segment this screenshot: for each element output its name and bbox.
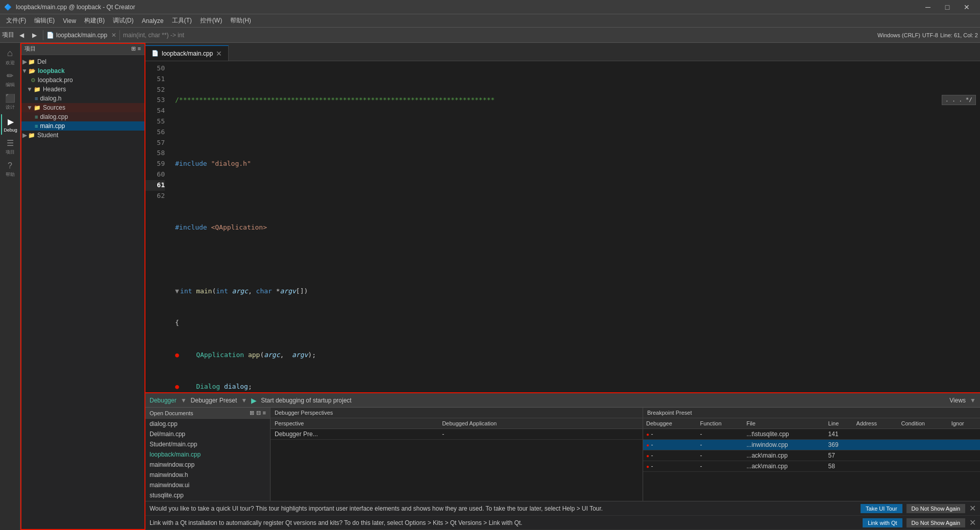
- file-tab-icon: 📄: [152, 50, 159, 57]
- doc-item-loopback-main[interactable]: loopback/main.cpp: [145, 449, 270, 460]
- notification-1: Would you like to take a quick UI tour? …: [145, 501, 980, 516]
- sidebar-icons: ⌂ 欢迎 ✏ 编辑 ⬛ 设计 ▶ Debug ☰ 项目 ? 帮助: [0, 43, 20, 530]
- doc-item-mainwindow-h[interactable]: mainwindow.h: [145, 470, 270, 480]
- bp-address-1: [853, 429, 898, 440]
- sidebar-item-project[interactable]: ☰ 项目: [1, 137, 19, 157]
- open-docs-icon2[interactable]: ⊟: [256, 410, 261, 416]
- tab-close-x[interactable]: ✕: [111, 32, 116, 39]
- project-tree: ▶ 📁 Del ▼ 📂 loopback ⚙ loopback.pro ▼: [20, 55, 145, 530]
- menu-analyze[interactable]: Analyze: [138, 16, 168, 26]
- doc-item-del-main[interactable]: Del/main.cpp: [145, 429, 270, 439]
- menu-file[interactable]: 文件(F): [2, 15, 30, 26]
- menu-controls[interactable]: 控件(W): [196, 15, 226, 26]
- doc-item-stusqlite[interactable]: stusqlite.cpp: [145, 490, 270, 500]
- sidebar-item-debug[interactable]: ▶ Debug: [1, 114, 19, 135]
- breakpoint-dot-icon: ●: [646, 432, 649, 437]
- menu-help[interactable]: 帮助(H): [226, 15, 255, 26]
- design-icon: ⬛: [5, 93, 15, 103]
- maximize-button[interactable]: □: [938, 2, 957, 13]
- editor-area: 📄 loopback/main.cpp ✕ 50 51 52 53 54 55 …: [145, 43, 980, 530]
- bp-address-4: [853, 461, 898, 472]
- take-ui-tour-button[interactable]: Take UI Tour: [861, 504, 902, 513]
- debugger-preset-dropdown[interactable]: ▼: [241, 397, 247, 404]
- sidebar-item-edit[interactable]: ✏ 编辑: [1, 69, 19, 90]
- link-with-qt-button[interactable]: Link with Qt: [863, 518, 902, 527]
- open-docs-list: dialog.cpp Del/main.cpp Student/main.cpp…: [145, 419, 270, 501]
- tree-item-loopback-pro[interactable]: ⚙ loopback.pro: [20, 75, 145, 85]
- menu-edit[interactable]: 编辑(E): [30, 15, 59, 26]
- close-button[interactable]: ✕: [958, 2, 976, 13]
- toolbar-separator: [43, 30, 43, 40]
- fold-arrow-55[interactable]: ▼: [175, 287, 179, 295]
- views-label[interactable]: Views: [949, 397, 966, 404]
- debugger-dropdown-icon[interactable]: ▼: [181, 397, 187, 404]
- tab-main-cpp[interactable]: 📄 loopback/main.cpp ✕: [145, 45, 229, 61]
- main-toolbar: 项目 ◀ ▶ 📄 loopback/main.cpp ✕ main(int, c…: [0, 28, 980, 43]
- table-row[interactable]: Debugger Pre... -: [271, 429, 643, 440]
- menu-build[interactable]: 构建(B): [80, 15, 109, 26]
- minimize-button[interactable]: ─: [919, 2, 937, 13]
- code-line-52: [175, 191, 980, 201]
- tree-item-dialog-h[interactable]: ≡ dialog.h: [20, 94, 145, 103]
- do-not-show-again-button-2[interactable]: Do Not Show Again: [906, 518, 965, 527]
- tree-item-student[interactable]: ▶ 📁 Student: [20, 131, 145, 140]
- main-layout: ⌂ 欢迎 ✏ 编辑 ⬛ 设计 ▶ Debug ☰ 项目 ? 帮助 项目 ⊞: [0, 43, 980, 530]
- project-panel-icon1[interactable]: ⊞: [131, 45, 136, 52]
- col-debugged-app: Debugged Application: [438, 418, 643, 429]
- code-line-comment: /***************************************…: [175, 95, 980, 106]
- bottom-area: Debugger ▼ Debugger Preset ▼ ▶ Start deb…: [145, 392, 980, 530]
- doc-item-mainwindow-ui[interactable]: mainwindow.ui: [145, 480, 270, 490]
- tab-close-button[interactable]: ✕: [216, 49, 222, 58]
- project-panel-icon2[interactable]: ≡: [138, 45, 141, 52]
- code-line-55: ▼int main(int argc, char *argv[]): [175, 286, 980, 297]
- doc-item-student-main[interactable]: Student/main.cpp: [145, 439, 270, 449]
- tree-item-dialog-cpp[interactable]: ≡ dialog.cpp: [20, 112, 145, 121]
- sidebar-item-welcome[interactable]: ⌂ 欢迎: [1, 47, 19, 67]
- doc-item-dialog-cpp[interactable]: dialog.cpp: [145, 419, 270, 429]
- forward-button[interactable]: ▶: [29, 31, 40, 40]
- title-bar: 🔷 loopback/main.cpp @ loopback - Qt Crea…: [0, 0, 980, 14]
- tree-item-main-cpp[interactable]: ≡ main.cpp: [20, 121, 145, 131]
- back-button[interactable]: ◀: [16, 31, 27, 40]
- tree-label-main-cpp: main.cpp: [40, 122, 65, 130]
- file-h-icon: ≡: [35, 95, 38, 102]
- line-num-54: 54: [145, 106, 165, 116]
- bp-dot-1: ● -: [643, 429, 697, 440]
- views-dropdown-icon[interactable]: ▼: [970, 397, 976, 404]
- tree-item-loopback[interactable]: ▼ 📂 loopback: [20, 66, 145, 75]
- line-num-58: 58: [145, 148, 165, 159]
- col-ignor: Ignor: [948, 418, 980, 429]
- code-scroll[interactable]: 50 51 52 53 54 55 56 57 58 59 60 61 62 /…: [145, 61, 980, 392]
- headers-folder-icon: 📁: [34, 86, 41, 93]
- tree-item-headers[interactable]: ▼ 📁 Headers: [20, 85, 145, 94]
- notif-close-1[interactable]: ✕: [969, 503, 976, 513]
- sidebar-item-design[interactable]: ⬛ 设计: [1, 92, 19, 112]
- notif-close-2[interactable]: ✕: [969, 518, 976, 527]
- breakpoint-57[interactable]: ●: [175, 351, 179, 359]
- bp-row-2[interactable]: ● - - ...inwindow.cpp 369: [643, 440, 980, 450]
- bp-row-3[interactable]: ● - - ...ack\main.cpp 57: [643, 450, 980, 461]
- bp-row-4[interactable]: ● - - ...ack\main.cpp 58: [643, 461, 980, 472]
- menu-tools[interactable]: 工具(T): [168, 15, 196, 26]
- bp-row-1[interactable]: ● - - ...t\stusqlite.cpp 141: [643, 429, 980, 440]
- menu-debug[interactable]: 调试(D): [109, 15, 138, 26]
- open-docs-icon3[interactable]: ≡: [263, 410, 266, 416]
- debug-icon: ▶: [8, 117, 14, 127]
- welcome-label: 欢迎: [6, 60, 15, 66]
- tree-item-sources[interactable]: ▼ 📁 Sources: [20, 103, 145, 112]
- menu-view[interactable]: View: [59, 16, 80, 26]
- tree-item-del[interactable]: ▶ 📁 Del: [20, 57, 145, 66]
- chevron-right-icon: ▶: [22, 58, 27, 65]
- open-docs-title: Open Documents: [150, 410, 193, 416]
- app-icon: 🔷: [4, 4, 12, 11]
- file-cpp-icon: ≡: [35, 114, 38, 120]
- start-debug-label[interactable]: Start debugging of startup project: [261, 397, 351, 404]
- code-content[interactable]: /***************************************…: [171, 61, 980, 392]
- tree-label-dialog-h: dialog.h: [40, 95, 61, 102]
- open-docs-icon1[interactable]: ⊞: [250, 410, 254, 416]
- sidebar-item-help[interactable]: ? 帮助: [1, 159, 19, 180]
- bottom-panels: Open Documents ⊞ ⊟ ≡ dialog.cpp Del/main…: [145, 408, 980, 501]
- doc-item-mainwindow-cpp[interactable]: mainwindow.cpp: [145, 460, 270, 470]
- breakpoint-58[interactable]: ●: [175, 383, 179, 390]
- do-not-show-again-button-1[interactable]: Do Not Show Again: [906, 504, 965, 513]
